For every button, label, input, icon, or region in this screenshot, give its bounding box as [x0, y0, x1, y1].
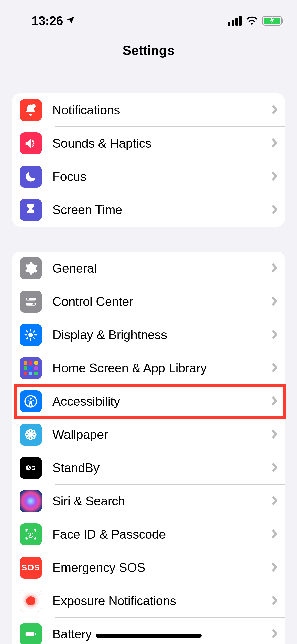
chevron-right-icon — [271, 429, 277, 440]
settings-row-display-brightness[interactable]: Display & Brightness — [12, 318, 285, 351]
settings-row-home-screen[interactable]: Home Screen & App Library — [12, 351, 285, 385]
settings-row-battery[interactable]: Battery — [12, 618, 285, 644]
sun-icon — [20, 324, 42, 346]
settings-group: NotificationsSounds & HapticsFocusScreen… — [12, 93, 285, 227]
settings-row-label: Accessibility — [52, 394, 271, 409]
settings-row-label: Emergency SOS — [52, 560, 271, 575]
speaker-wave-icon — [20, 132, 42, 154]
home-indicator[interactable] — [96, 634, 202, 638]
cellular-signal-icon — [228, 16, 242, 26]
chevron-right-icon — [271, 204, 277, 215]
wifi-icon — [246, 16, 258, 26]
settings-row-label: Control Center — [52, 294, 271, 309]
chevron-right-icon — [271, 462, 277, 473]
sos-icon: SOS — [20, 557, 42, 579]
page-title: Settings — [0, 33, 297, 71]
settings-row-sounds-haptics[interactable]: Sounds & Haptics — [12, 127, 285, 160]
settings-row-general[interactable]: General — [12, 252, 285, 285]
settings-row-label: Display & Brightness — [52, 328, 271, 342]
accessibility-icon — [20, 390, 42, 412]
chevron-right-icon — [271, 629, 277, 640]
settings-row-label: Siri & Search — [52, 494, 271, 508]
switches-icon — [20, 291, 42, 313]
exposure-icon — [20, 590, 42, 612]
bell-badge-icon — [20, 99, 42, 121]
settings-row-label: Home Screen & App Library — [52, 361, 271, 375]
chevron-right-icon — [271, 138, 277, 149]
settings-row-standby[interactable]: StandBy — [12, 451, 285, 485]
status-bar: 13:26 — [0, 0, 297, 33]
settings-row-emergency-sos[interactable]: SOSEmergency SOS — [12, 551, 285, 584]
settings-row-label: Wallpaper — [52, 427, 271, 442]
hourglass-icon — [20, 199, 42, 221]
status-bar-right — [228, 16, 282, 26]
settings-row-control-center[interactable]: Control Center — [12, 285, 285, 318]
chevron-right-icon — [271, 363, 277, 374]
settings-group: GeneralControl CenterDisplay & Brightnes… — [12, 252, 285, 644]
settings-row-label: General — [52, 261, 271, 276]
flower-icon — [20, 424, 42, 446]
settings-row-label: Sounds & Haptics — [52, 136, 271, 151]
settings-scroll-area[interactable]: NotificationsSounds & HapticsFocusScreen… — [0, 93, 297, 644]
settings-row-label: Exposure Notifications — [52, 594, 271, 608]
chevron-right-icon — [271, 496, 277, 507]
settings-row-label: Focus — [52, 169, 271, 184]
battery-charging-icon — [262, 16, 282, 26]
siri-orb-icon — [20, 490, 42, 512]
status-time: 13:26 — [31, 14, 63, 28]
chevron-right-icon — [271, 529, 277, 540]
settings-row-notifications[interactable]: Notifications — [12, 93, 285, 127]
status-bar-left: 13:26 — [31, 14, 76, 28]
gear-icon — [20, 257, 42, 279]
chevron-right-icon — [271, 263, 277, 274]
settings-row-label: Face ID & Passcode — [52, 527, 271, 542]
settings-row-focus[interactable]: Focus — [12, 160, 285, 193]
settings-row-label: StandBy — [52, 461, 271, 475]
moon-icon — [20, 166, 42, 188]
settings-row-siri-search[interactable]: Siri & Search — [12, 485, 285, 518]
chevron-right-icon — [271, 296, 277, 307]
settings-row-wallpaper[interactable]: Wallpaper — [12, 418, 285, 451]
face-id-icon — [20, 523, 42, 545]
chevron-right-icon — [271, 562, 277, 573]
chevron-right-icon — [271, 171, 277, 182]
settings-row-accessibility[interactable]: Accessibility — [12, 385, 285, 418]
chevron-right-icon — [271, 396, 277, 407]
clock-card-icon — [20, 457, 42, 479]
chevron-right-icon — [271, 595, 277, 606]
apps-grid-icon — [20, 357, 42, 379]
chevron-right-icon — [271, 105, 277, 116]
location-arrow-icon — [65, 14, 76, 28]
settings-row-face-id[interactable]: Face ID & Passcode — [12, 518, 285, 551]
chevron-right-icon — [271, 329, 277, 340]
settings-row-label: Screen Time — [52, 203, 271, 217]
battery-icon — [20, 623, 42, 644]
settings-row-exposure[interactable]: Exposure Notifications — [12, 584, 285, 618]
settings-row-label: Notifications — [52, 103, 271, 117]
settings-row-screen-time[interactable]: Screen Time — [12, 193, 285, 227]
